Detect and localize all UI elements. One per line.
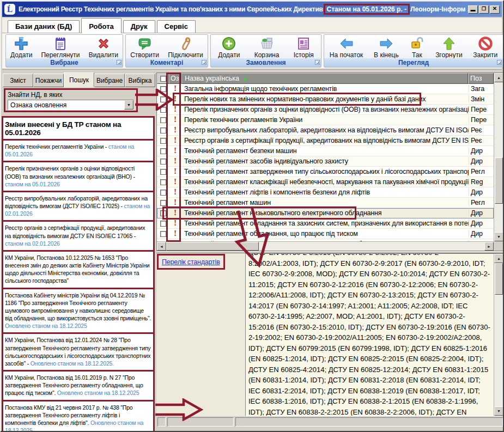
scrollbar-thumb[interactable] (166, 242, 259, 251)
row-checkbox[interactable] (160, 148, 166, 154)
maximize-button[interactable]: ❐ (479, 5, 489, 14)
scroll-down-icon[interactable]: ▼ (494, 232, 503, 241)
sidebar-list-item[interactable]: КМ України, Постанова від 12.01.2024 № 2… (3, 334, 153, 372)
dialog-launcher-icon[interactable] (315, 60, 320, 65)
scroll-down-icon[interactable]: ▼ (494, 406, 503, 416)
history-icon (296, 36, 311, 51)
row-checkbox[interactable] (160, 210, 166, 216)
scrollbar-thumb[interactable] (495, 263, 503, 295)
ribbon-tab-1[interactable]: Робота (81, 18, 122, 33)
standards-text-area[interactable]: ДСТУ EN 60730-2-8:2016 (EN 60730-2-8:200… (245, 253, 504, 416)
exclamation-icon: ! (169, 115, 181, 124)
ribbon-tab-0[interactable]: Бази даних (БД) (8, 20, 80, 33)
update-date-link[interactable]: станом на 05.01.2026 (5, 181, 60, 187)
ribbon-tab-2[interactable]: Друк (123, 20, 155, 33)
add-order-button[interactable]: Додати (216, 36, 241, 59)
table-horizontal-scrollbar[interactable]: ◄ ► (157, 241, 494, 251)
dialog-launcher-icon[interactable] (117, 60, 122, 65)
update-date-link[interactable]: Оновлено станом на 18.12.2025 (57, 390, 139, 396)
table-row[interactable]: ! Технічний регламент обладнання та захи… (157, 218, 494, 229)
column-header-oz[interactable]: Оз (169, 73, 181, 84)
row-checkbox[interactable] (160, 179, 166, 185)
row-checkbox[interactable] (160, 138, 166, 144)
row-checkbox[interactable] (160, 200, 166, 206)
scroll-up-icon[interactable]: ▲ (494, 254, 503, 263)
go-start-button[interactable]: На початок (328, 36, 365, 59)
table-row[interactable]: ! Технічний регламент низьковольтного ел… (157, 208, 494, 218)
sidebar-list-item[interactable]: КМ України, Постанова 10.12.2025 № 1653 … (3, 252, 153, 289)
create-comment-button[interactable]: Створити (129, 36, 161, 59)
row-checkbox[interactable] (160, 117, 166, 123)
scroll-left-icon[interactable]: ◄ (157, 242, 166, 251)
dialog-launcher-icon[interactable] (202, 60, 207, 65)
table-row[interactable]: ! Технічний регламент затвердження типу … (157, 167, 494, 177)
minimize-button[interactable]: ▬ (468, 5, 478, 14)
row-checkbox[interactable] (160, 86, 166, 92)
collapse-button[interactable]: Згорнути (434, 36, 464, 59)
sidebar-tab-1[interactable]: Покажчи (33, 74, 64, 87)
row-checkbox[interactable] (160, 127, 166, 133)
update-date-link[interactable]: Оновлено станом на 18.12.2025 (5, 323, 87, 329)
sidebar-list-item[interactable]: Перелік призначених органів з оцінки від… (3, 162, 153, 192)
row-checkbox[interactable] (160, 190, 166, 196)
column-header-name[interactable]: Назва українська ▲ (181, 73, 468, 84)
yes-lock-button[interactable]: Так (408, 36, 426, 59)
scroll-right-icon[interactable]: ► (484, 242, 494, 251)
go-end-button[interactable]: В кінець (372, 36, 400, 59)
table-row[interactable]: ! Реєстр органів з сертифікації продукці… (157, 136, 494, 146)
update-date-link[interactable]: станом на 02.01.2026 (5, 240, 60, 247)
table-vertical-scrollbar[interactable]: ▲ ▼ (494, 73, 503, 241)
column-header-poz[interactable]: Поз (468, 73, 494, 84)
scrollbar-thumb[interactable] (495, 157, 503, 204)
ribbon-tab-3[interactable]: Сервіс (157, 20, 196, 33)
row-checkbox[interactable] (160, 159, 166, 165)
sidebar-list-item[interactable]: КМ України, Постанова від 16.01.2019 р. … (3, 372, 153, 401)
text-vertical-scrollbar[interactable]: ▲ ▼ (494, 254, 503, 416)
table-row[interactable]: ! Перелік технічних регламентів України … (157, 115, 494, 125)
standards-list-link[interactable]: Перелік стандартів (162, 258, 220, 266)
update-date-link[interactable]: Оновлено станом на 18.12.2025. (31, 360, 114, 367)
exclamation-icon: ! (169, 84, 181, 93)
notepad-icon (53, 36, 68, 51)
close-button[interactable]: ✕ (490, 5, 500, 14)
detail-panel: Перелік стандартів ДСТУ EN 60730-2-8:201… (156, 253, 504, 416)
dialog-launcher-icon[interactable] (497, 60, 502, 65)
header-checkbox[interactable] (160, 76, 166, 82)
view-favorite-button[interactable]: Переглянути (39, 36, 81, 59)
sidebar-list-item[interactable]: Реєстр органів з сертифікації продукції,… (3, 222, 153, 252)
table-row[interactable]: ! Технічний регламент безпеки машин Дир (157, 146, 494, 156)
sidebar-list-item[interactable]: Постанова Кабінету міністрів України від… (3, 289, 153, 334)
exclamation-icon: ! (169, 147, 181, 155)
row-checkbox[interactable] (160, 96, 166, 102)
sidebar-tab-3[interactable]: Вибране (94, 74, 125, 87)
sidebar-tab-0[interactable]: Зміст (3, 74, 33, 87)
row-checkbox[interactable] (160, 231, 166, 237)
table-row[interactable]: ! Технічний регламент машин Регл (157, 198, 494, 208)
chevron-down-icon[interactable]: ▼ (124, 100, 133, 109)
order-basket-button[interactable]: Корзина (253, 36, 281, 59)
table-row[interactable]: ! Технічний регламент засобів індивідуал… (157, 156, 494, 167)
attach-comment-button[interactable]: Підключити (166, 36, 205, 59)
sidebar-tab-2[interactable]: Пошук (64, 72, 94, 87)
row-checkbox[interactable] (160, 169, 166, 175)
row-checkbox[interactable] (160, 221, 166, 227)
table-row[interactable]: ! Загальна інформація щодо технічних рег… (157, 84, 494, 94)
select-all-header[interactable] (157, 73, 169, 84)
table-row[interactable]: ! Реєстр випробувальних лабораторій, акр… (157, 125, 494, 136)
table-row[interactable]: ! Технічний регламент класифікації небез… (157, 177, 494, 187)
row-checkbox[interactable] (160, 107, 166, 113)
table-row[interactable]: ! Перелік призначених органів з оцінки в… (157, 105, 494, 115)
add-favorite-button[interactable]: Додати (9, 36, 34, 59)
sidebar-list-item[interactable]: Реєстр випробувальних лабораторій, акред… (3, 192, 153, 222)
sidebar-list-item[interactable]: Постанова КМУ від 21 червня 2017 р. № 43… (3, 401, 153, 431)
close-view-button[interactable]: Закрити (471, 36, 499, 59)
sidebar-tab-4[interactable]: Вибірка (125, 74, 155, 87)
delete-favorite-button[interactable]: Видалити (87, 36, 120, 59)
table-row[interactable]: ! Перелік нових та змінених нормативно-п… (157, 94, 494, 105)
table-row[interactable]: ! Технічний регламент ліфтів і компонент… (157, 187, 494, 198)
sidebar-list-item[interactable]: Перелік технічних регламентів України - … (3, 141, 153, 162)
order-history-button[interactable]: Історія (292, 36, 315, 59)
search-criteria-select[interactable]: Ознака оновлення ▼ (8, 100, 134, 110)
scroll-up-icon[interactable]: ▲ (494, 73, 503, 82)
table-row[interactable]: ! Технічний регламент обладнання, що пра… (157, 229, 494, 239)
